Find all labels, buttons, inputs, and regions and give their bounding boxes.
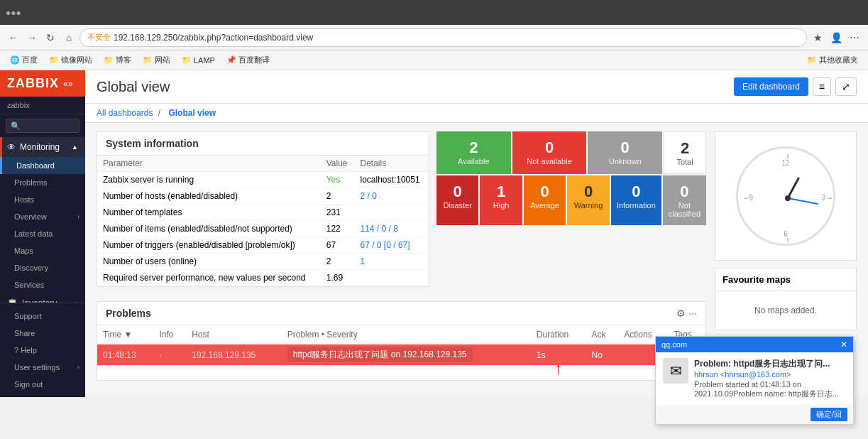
monitoring-arrow: ▲ (72, 143, 78, 151)
sidebar-item-overview[interactable]: Overview› (0, 208, 85, 225)
severity-warning: 0 Warning (567, 175, 609, 225)
bookmark-website[interactable]: 📁 网站 (138, 53, 175, 67)
col-time[interactable]: Time ▼ (97, 325, 154, 345)
qq-envelope-icon: ✉ (663, 358, 688, 384)
col-ack: Ack (586, 325, 619, 345)
menu-button[interactable]: ⋯ (847, 30, 862, 45)
fullscreen-button[interactable]: ⤢ (835, 77, 857, 96)
favourite-maps-title: Favourite maps (715, 269, 856, 291)
sidebar-item-discovery[interactable]: Discovery (0, 259, 85, 276)
security-warning: 不安全 (87, 32, 111, 43)
col-value: Value (321, 156, 355, 172)
status-available: 2 Available (436, 131, 511, 174)
sidebar-item-support[interactable]: Support (0, 308, 85, 325)
severity-average: 0 Average (524, 175, 566, 225)
arrow-up-indicator: ↑ (554, 359, 562, 378)
qq-notification-header: qq.com ✕ (656, 337, 853, 352)
problems-table-header: Time ▼ Info Host Problem • Severity Dura… (97, 325, 705, 345)
bookmark-blog[interactable]: 📁 博客 (99, 53, 136, 67)
sidebar-item-hosts[interactable]: Hosts (0, 191, 85, 208)
extensions-button[interactable]: ★ (810, 30, 825, 45)
address-text: 192.168.129.250/zabbix.php?action=dashbo… (114, 33, 313, 43)
system-info-title: System information (97, 132, 429, 156)
sidebar-search[interactable] (0, 114, 85, 137)
col-host: Host (186, 325, 282, 345)
browser-nav: ← → ↻ ⌂ 不安全 192.168.129.250/zabbix.php?a… (0, 25, 868, 50)
problems-actions: ⚙ ··· (676, 308, 697, 319)
refresh-button[interactable]: ↻ (43, 30, 58, 45)
severity-information: 0 Information (611, 175, 661, 225)
sidebar-item-share[interactable]: Share (0, 325, 85, 342)
col-details: Details (355, 156, 429, 172)
page-title: Global view (97, 79, 170, 95)
table-row: Zabbix server is running Yes localhost:1… (97, 172, 429, 188)
sidebar-item-monitoring[interactable]: 👁 Monitoring ▲ (0, 137, 85, 157)
browser-chrome: ●●● (0, 0, 868, 25)
svg-line-9 (788, 198, 818, 204)
sidebar-item-services[interactable]: Services (0, 276, 85, 293)
profile-button[interactable]: 👤 (828, 30, 844, 45)
left-panel: System information Parameter Value Detai… (97, 131, 706, 381)
sidebar-item-problems[interactable]: Problems (0, 174, 85, 191)
svg-point-10 (785, 195, 791, 201)
qq-close-button[interactable]: ✕ (840, 340, 847, 349)
problems-title: Problems (106, 308, 151, 319)
system-info-table: Parameter Value Details Zabbix server is… (97, 156, 429, 286)
sidebar-item-sign-out[interactable]: Sign out (0, 376, 85, 393)
table-row: Required server performance, new values … (97, 270, 429, 286)
col-info: Info (154, 325, 187, 345)
bookmarks-bar: 🌐 百度 📁 镜像网站 📁 博客 📁 网站 📁 LAMP 📌 百度翻译 📁 其他… (0, 50, 868, 70)
home-button[interactable]: ⌂ (61, 30, 77, 45)
table-row: 01:48:13 · 192.168.129.135 httpd服务日志出现了问… (97, 345, 705, 366)
sidebar-item-user-settings[interactable]: User settings› (0, 359, 85, 376)
breadcrumb: All dashboards / Global view (85, 104, 868, 123)
analog-clock: 12 3 6 9 (736, 146, 835, 246)
breadcrumb-all-dashboards[interactable]: All dashboards (97, 108, 153, 118)
logo-text: ZABBIX (7, 76, 59, 91)
system-info-card: System information Parameter Value Detai… (97, 131, 429, 287)
sidebar-item-inventory[interactable]: 📋 Inventory › (0, 293, 85, 303)
top-row: System information Parameter Value Detai… (97, 131, 706, 294)
sidebar-item-dashboard[interactable]: Dashboard (0, 157, 85, 174)
problems-table: Time ▼ Info Host Problem • Severity Dura… (97, 325, 705, 366)
qq-notification-user: hhrsun <hhrsun@163.com> (694, 370, 846, 379)
qq-notification-body: ✉ Problem: httpd服务日志出现了问... hhrsun <hhrs… (656, 352, 853, 397)
favourite-maps-card: Favourite maps No maps added. (715, 268, 857, 330)
status-unknown: 0 Unknown (588, 131, 662, 174)
svg-text:9: 9 (749, 194, 753, 202)
problems-settings-button[interactable]: ⚙ (676, 308, 686, 319)
problems-section: Problems ⚙ ··· Time ▼ Info Host (97, 301, 706, 381)
clock-card: 12 3 6 9 (715, 131, 857, 261)
table-row: Number of hosts (enabled/disabled) 2 2 /… (97, 188, 429, 205)
svg-text:6: 6 (784, 230, 788, 238)
search-input[interactable] (6, 119, 79, 133)
bookmark-baidu[interactable]: 🌐 百度 (6, 53, 42, 67)
table-row: Number of templates 231 (97, 205, 429, 221)
forward-button[interactable]: → (24, 30, 40, 45)
clock-container: 12 3 6 9 (715, 132, 856, 260)
view-mode-button[interactable]: ≡ (813, 77, 831, 96)
breadcrumb-separator: / (158, 108, 160, 118)
problem-severity-row: 0 Disaster 1 High 0 Average (436, 175, 706, 225)
edit-dashboard-button[interactable]: Edit dashboard (734, 77, 808, 96)
breadcrumb-current: Global view (168, 108, 216, 118)
severity-high: 1 High (480, 175, 522, 225)
sidebar-item-help[interactable]: ? Help (0, 342, 85, 359)
qq-header-text: qq.com (661, 340, 687, 349)
bookmark-mirror[interactable]: 📁 镜像网站 (45, 53, 97, 67)
table-row: Number of triggers (enabled/disabled [pr… (97, 237, 429, 254)
bookmark-lamp[interactable]: 📁 LAMP (177, 54, 219, 66)
sidebar-nav: 👁 Monitoring ▲ Dashboard Problems Hosts … (0, 137, 85, 303)
address-bar[interactable]: 不安全 192.168.129.250/zabbix.php?action=da… (79, 28, 807, 47)
favourite-maps-empty: No maps added. (715, 291, 856, 330)
clock-face-svg: 12 3 6 9 (738, 148, 837, 248)
bookmark-translate[interactable]: 📌 百度翻译 (222, 53, 274, 67)
sidebar-logo[interactable]: ZABBIX «» (0, 70, 85, 97)
bookmark-other[interactable]: 📁 其他收藏夹 (803, 53, 862, 67)
sidebar-user: zabbix (0, 97, 85, 114)
problems-more-button[interactable]: ··· (688, 308, 697, 319)
back-button[interactable]: ← (6, 30, 21, 45)
sidebar-item-maps[interactable]: Maps (0, 242, 85, 259)
sidebar-item-latest-data[interactable]: Latest data (0, 225, 85, 242)
svg-text:12: 12 (781, 159, 790, 167)
